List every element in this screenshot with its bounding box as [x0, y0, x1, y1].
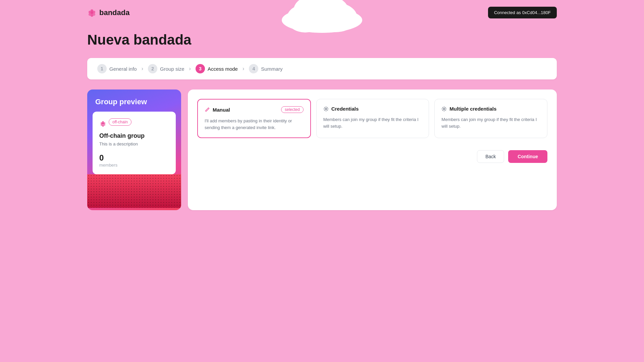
svg-point-12	[91, 11, 93, 14]
badge-text: off-chain	[112, 120, 128, 124]
svg-point-21	[443, 108, 445, 110]
step-number-1: 1	[97, 64, 107, 73]
option-multiple-credentials-header: Multiple credentials	[441, 106, 540, 112]
back-button[interactable]: Back	[477, 150, 504, 163]
logo-icon	[87, 8, 97, 17]
continue-button[interactable]: Continue	[508, 150, 547, 163]
option-multiple-credentials[interactable]: Multiple credentials Members can join my…	[434, 99, 547, 138]
option-manual-header: Manual selected	[205, 106, 304, 113]
gear-multi-icon	[441, 106, 447, 112]
step-label-3: Access mode	[208, 66, 238, 72]
preview-logo-icon	[99, 120, 107, 127]
step-number-2: 2	[148, 64, 157, 73]
options-grid: Manual selected I'll add members by past…	[197, 99, 547, 138]
off-chain-badge: off-chain	[109, 118, 131, 126]
option-manual-description: I'll add members by pasting in their ide…	[205, 118, 304, 131]
group-preview-card: Group preview off-chain	[87, 89, 181, 210]
option-manual[interactable]: Manual selected I'll add members by past…	[197, 99, 311, 138]
logo-area: bandada	[87, 8, 129, 17]
members-count: 0	[99, 153, 169, 163]
step-label-1: General info	[109, 66, 137, 72]
header: bandada Connected as 0xCd04...180F	[0, 0, 644, 25]
svg-point-19	[102, 123, 104, 125]
option-credentials-title: Credentials	[331, 106, 359, 112]
svg-point-20	[325, 108, 327, 110]
step-label-2: Group size	[160, 66, 184, 72]
members-label: members	[99, 163, 169, 168]
step-arrow-3: ›	[243, 66, 244, 72]
group-description: This is a description	[99, 141, 169, 146]
step-number-3: 3	[196, 64, 205, 73]
group-preview-title: Group preview	[87, 89, 181, 112]
group-preview-inner: off-chain Off-chain group This is a desc…	[93, 112, 176, 174]
step-2: 2 Group size	[148, 64, 184, 73]
option-credentials-description: Members can join my group if they fit th…	[323, 116, 422, 129]
option-manual-title-area: Manual	[205, 107, 230, 113]
svg-point-17	[101, 124, 103, 126]
options-panel: Manual selected I'll add members by past…	[188, 89, 557, 210]
option-multiple-credentials-title-area: Multiple credentials	[441, 106, 496, 112]
step-number-4: 4	[249, 64, 258, 73]
step-label-4: Summary	[261, 66, 282, 72]
option-multiple-credentials-description: Members can join my group if they fit th…	[441, 116, 540, 129]
step-3: 3 Access mode	[196, 64, 238, 73]
selected-badge: selected	[281, 106, 304, 113]
option-credentials-header: Credentials	[323, 106, 422, 112]
step-arrow-2: ›	[189, 66, 191, 72]
option-credentials[interactable]: Credentials Members can join my group if…	[316, 99, 429, 138]
preview-decoration	[87, 174, 181, 208]
gear-icon	[323, 106, 329, 112]
pencil-icon	[205, 107, 210, 112]
group-name: Off-chain group	[99, 132, 169, 139]
page-title: Nueva bandada	[87, 32, 557, 48]
stepper: 1 General info › 2 Group size › 3 Access…	[87, 58, 557, 79]
step-arrow-1: ›	[142, 66, 143, 72]
content-area: Group preview off-chain	[87, 89, 557, 210]
main-content: Nueva bandada 1 General info › 2 Group s…	[0, 25, 644, 217]
step-1: 1 General info	[97, 64, 137, 73]
logo-text: bandada	[99, 8, 129, 17]
step-4: 4 Summary	[249, 64, 282, 73]
option-manual-title: Manual	[213, 107, 230, 113]
option-credentials-title-area: Credentials	[323, 106, 359, 112]
dot-pattern	[87, 174, 181, 208]
footer-buttons: Back Continue	[197, 146, 547, 163]
connected-badge: Connected as 0xCd04...180F	[488, 7, 557, 18]
option-multiple-credentials-title: Multiple credentials	[449, 106, 496, 112]
